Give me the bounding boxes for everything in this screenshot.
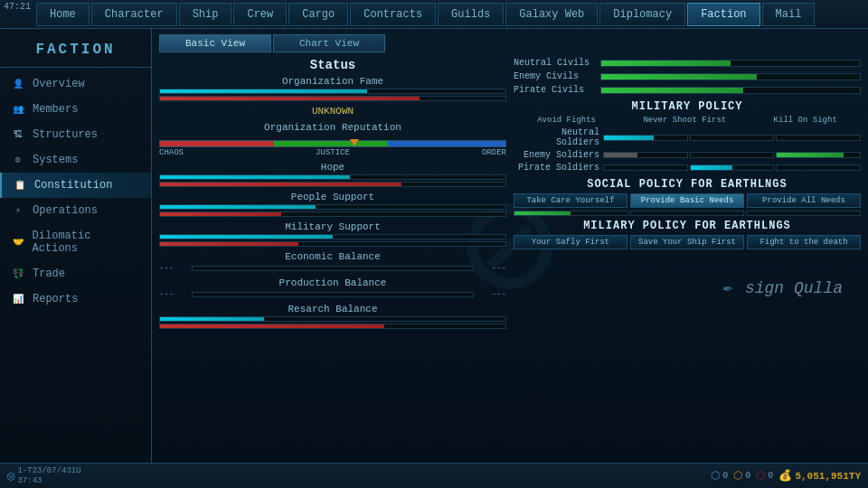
rep-justice-label: JUSTICE <box>316 148 350 157</box>
sidebar: FACTION 👤 Overview 👥 Members 🏗 Structure… <box>0 29 152 463</box>
resource2-icon: ⬡ <box>733 469 742 483</box>
nav-tab-diplomacy[interactable]: Diplomacy <box>599 3 685 26</box>
mil-seg-2 <box>690 135 775 141</box>
status-title: Status <box>159 58 506 72</box>
sidebar-item-members[interactable]: 👥 Members <box>0 97 151 122</box>
nav-tab-home[interactable]: Home <box>36 3 90 26</box>
resource1-value: 0 <box>722 471 728 481</box>
production-balance-row: Production Balance --- --- <box>159 277 506 299</box>
sidebar-label-overview: Overview <box>33 78 85 90</box>
pirate-civils-label: Pirate Civils <box>514 85 595 95</box>
sidebar-title: FACTION <box>0 36 151 68</box>
location-group: ◎ 1-T23/07/431U37:43 <box>7 466 81 486</box>
prod-val-right: --- <box>492 290 506 299</box>
econ-val-right: --- <box>492 264 506 273</box>
structures-icon: 🏗 <box>11 129 25 140</box>
tab-chart-view[interactable]: Chart View <box>273 34 385 52</box>
economic-balance-label: Economic Balance <box>159 251 506 262</box>
enemy-soldiers-row: Enemy Soldiers <box>514 150 861 160</box>
sidebar-item-trade[interactable]: 💱 Trade <box>0 261 151 286</box>
resource1-group: ⬡ 0 <box>711 469 728 483</box>
social-btn-take-care[interactable]: Take Care Yourself <box>514 193 627 208</box>
org-rep-label: Organization Reputation <box>159 122 506 133</box>
currency-icon: 💰 <box>778 469 792 483</box>
military-earthlings-title: MILIARY POLICY FOR EARTHLNGS <box>514 220 861 232</box>
currency-group: 💰 5,051,951TY <box>778 469 861 483</box>
social-btn-basic-needs[interactable]: Provide Basic Needs <box>630 193 744 208</box>
resource3-value: 0 <box>768 471 773 481</box>
mil-btn-ship[interactable]: Save Your Ship First <box>630 235 744 249</box>
enemy-civils-label: Enemy Civils <box>514 71 595 81</box>
hope-label: Hope <box>159 162 506 173</box>
enemy-soldiers-label: Enemy Soldiers <box>514 150 599 160</box>
overview-icon: 👤 <box>11 79 25 89</box>
signature-text: sign Qulla <box>745 279 843 297</box>
sidebar-item-operations[interactable]: ⚡ Operations <box>0 198 151 223</box>
enemy-soldiers-bars <box>603 152 861 158</box>
resource3-group: ⬡ 0 <box>756 469 773 483</box>
nav-tab-faction[interactable]: Faction <box>687 3 760 26</box>
mil-header-2: Never Shoot First <box>643 116 726 125</box>
military-earthlings-buttons: Your Safly First Save Your Ship First Fi… <box>514 235 861 249</box>
unknown-label: UNKNOWN <box>159 106 506 117</box>
mil-seg-1 <box>603 135 688 141</box>
signature-area: ✒ sign Qulla <box>722 277 843 297</box>
sidebar-item-overview[interactable]: 👤 Overview <box>0 71 151 97</box>
pirate-seg-3 <box>776 164 861 171</box>
nav-tab-ship[interactable]: Ship <box>179 3 232 26</box>
diplomatic-icon: 🤝 <box>11 237 25 248</box>
social-policy-section: SOCIAL POLICY FOR EARTHLNGS Take Care Yo… <box>514 178 861 216</box>
sidebar-item-reports[interactable]: 📊 Reports <box>0 286 151 312</box>
right-panel: Neutral Civils Enemy Civils <box>514 58 861 333</box>
social-btn-all-needs[interactable]: Provide All Needs <box>747 193 861 208</box>
rep-labels: CHAOS JUSTICE ORDER <box>159 148 506 157</box>
nav-tab-mail[interactable]: Mail <box>762 3 816 26</box>
pirate-seg-1 <box>603 164 688 171</box>
mil-btn-safety[interactable]: Your Safly First <box>514 235 627 249</box>
pirate-civils-bar <box>600 87 861 94</box>
neutral-civils-label: Neutral Civils <box>514 58 595 68</box>
nav-tab-character[interactable]: Character <box>91 3 177 26</box>
research-balance-label: Resarch Balance <box>159 304 506 314</box>
sidebar-item-constitution[interactable]: 📋 Constitution <box>0 173 151 198</box>
social-policy-title: SOCIAL POLICY FOR EARTHLNGS <box>514 178 861 191</box>
org-fame-bars <box>159 89 506 101</box>
currency-display: 5,051,951TY <box>795 471 861 482</box>
neutral-civils-bar <box>600 60 861 67</box>
economic-balance-row: Economic Balance --- --- <box>159 251 506 273</box>
sidebar-label-diplomatic: Dilomatic Actions <box>33 230 140 255</box>
pirate-soldiers-bars <box>603 164 861 171</box>
bottom-bar: ◎ 1-T23/07/431U37:43 ⬡ 0 ⬡ 0 ⬡ 0 💰 5,051… <box>0 463 868 488</box>
mil-btn-death[interactable]: Fight to the death <box>747 235 861 249</box>
prod-val-left: --- <box>159 290 174 299</box>
mil-header-3: Kill On Sight <box>774 116 837 125</box>
systems-icon: ⚙ <box>11 155 25 165</box>
sidebar-item-structures[interactable]: 🏗 Structures <box>0 122 151 147</box>
nav-tab-cargo[interactable]: Cargo <box>288 3 348 26</box>
neutral-soldiers-row: Neutral Soldiers <box>514 127 861 147</box>
econ-val-left: --- <box>159 264 174 273</box>
rep-marker <box>350 139 359 146</box>
time-display: 47:21 <box>4 2 31 12</box>
sidebar-label-trade: Trade <box>33 267 65 280</box>
nav-tab-crew[interactable]: Crew <box>233 3 287 26</box>
military-policy-headers: Avoid Fights Never Shoot First Kill On S… <box>514 116 861 125</box>
rep-chaos-label: CHAOS <box>159 148 184 157</box>
rep-bar-container: CHAOS JUSTICE ORDER <box>159 140 506 157</box>
sidebar-label-operations: Operations <box>33 204 98 217</box>
sidebar-label-structures: Structures <box>33 128 98 141</box>
mil-header-1: Avoid Fights <box>537 116 596 125</box>
people-support-label: People Support <box>159 192 506 202</box>
sidebar-label-members: Members <box>33 103 78 116</box>
sidebar-label-reports: Reports <box>33 293 78 305</box>
nav-tab-contracts[interactable]: Contracts <box>350 3 436 26</box>
sidebar-item-systems[interactable]: ⚙ Systems <box>0 147 151 173</box>
sidebar-item-diplomatic-actions[interactable]: 🤝 Dilomatic Actions <box>0 223 151 261</box>
resource2-value: 0 <box>745 471 750 481</box>
nav-tab-galaxyweb[interactable]: Galaxy Web <box>505 3 598 26</box>
tab-basic-view[interactable]: Basic View <box>159 34 271 52</box>
pen-icon: ✒ <box>722 277 731 297</box>
hope-row: Hope <box>159 162 506 187</box>
location-icon: ◎ <box>7 468 14 483</box>
nav-tab-guilds[interactable]: Guilds <box>438 3 504 26</box>
